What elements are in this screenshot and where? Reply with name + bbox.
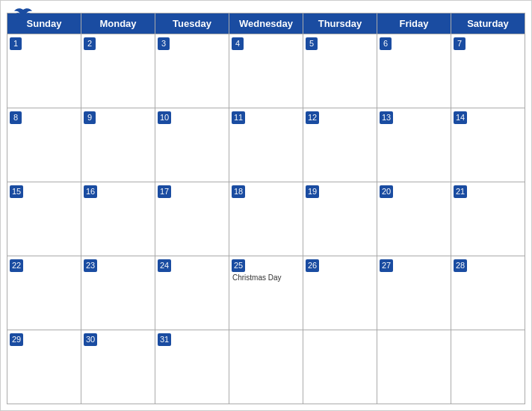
day-number: 9 <box>84 111 96 124</box>
day-cell: 9 <box>81 108 155 182</box>
logo-bird-icon <box>13 7 34 22</box>
day-cell: 2 <box>81 34 155 108</box>
day-cell: 26 <box>303 256 377 330</box>
day-cell: 19 <box>303 182 377 256</box>
day-cell: 21 <box>451 182 525 256</box>
day-cell: 5 <box>303 34 377 108</box>
day-number: 22 <box>10 259 23 272</box>
day-cell: 20 <box>377 182 451 256</box>
day-headers: Sunday Monday Tuesday Wednesday Thursday… <box>7 13 525 34</box>
day-number: 16 <box>84 185 97 198</box>
day-cell: 10 <box>155 108 229 182</box>
day-cell: 12 <box>303 108 377 182</box>
day-number: 3 <box>158 37 170 50</box>
day-cell: 8 <box>7 108 81 182</box>
header-thursday: Thursday <box>303 13 377 34</box>
day-cell: 24 <box>155 256 229 330</box>
day-cell: 0 <box>377 330 451 404</box>
day-number: 23 <box>84 259 97 272</box>
week-row-5: 2930310000 <box>7 330 525 404</box>
day-cell: 0 <box>451 330 525 404</box>
day-cell: 23 <box>81 256 155 330</box>
day-number: 10 <box>158 111 171 124</box>
day-number: 26 <box>306 259 319 272</box>
day-number: 24 <box>158 259 171 272</box>
day-number: 4 <box>232 37 244 50</box>
event-label: Christmas Day <box>232 274 300 282</box>
day-cell: 7 <box>451 34 525 108</box>
day-number: 20 <box>380 185 393 198</box>
day-number: 6 <box>380 37 392 50</box>
day-number: 25 <box>232 259 245 272</box>
header-wednesday: Wednesday <box>229 13 303 34</box>
day-number: 30 <box>84 333 97 346</box>
week-row-2: 891011121314 <box>7 108 525 182</box>
week-row-1: 1234567 <box>7 34 525 108</box>
day-number: 7 <box>454 37 466 50</box>
day-cell: 11 <box>229 108 303 182</box>
day-number: 29 <box>10 333 23 346</box>
day-number: 11 <box>232 111 245 124</box>
day-number: 18 <box>232 185 245 198</box>
day-number: 27 <box>380 259 393 272</box>
calendar-header <box>1 1 531 13</box>
day-number: 31 <box>158 333 171 346</box>
day-number: 2 <box>84 37 96 50</box>
day-number: 19 <box>306 185 319 198</box>
day-cell: 16 <box>81 182 155 256</box>
day-cell: 15 <box>7 182 81 256</box>
day-number: 17 <box>158 185 171 198</box>
week-row-3: 15161718192021 <box>7 182 525 256</box>
day-cell: 17 <box>155 182 229 256</box>
day-cell: 14 <box>451 108 525 182</box>
header-friday: Friday <box>377 13 451 34</box>
header-saturday: Saturday <box>451 13 525 34</box>
day-number: 21 <box>454 185 467 198</box>
day-number: 8 <box>10 111 22 124</box>
day-cell: 28 <box>451 256 525 330</box>
day-number: 28 <box>454 259 467 272</box>
day-cell: 25Christmas Day <box>229 256 303 330</box>
day-cell: 29 <box>7 330 81 404</box>
day-cell: 22 <box>7 256 81 330</box>
calendar-grid: Sunday Monday Tuesday Wednesday Thursday… <box>7 13 525 404</box>
day-cell: 4 <box>229 34 303 108</box>
day-number: 15 <box>10 185 23 198</box>
day-cell: 13 <box>377 108 451 182</box>
header-monday: Monday <box>81 13 155 34</box>
day-cell: 0 <box>229 330 303 404</box>
day-cell: 1 <box>7 34 81 108</box>
day-number: 1 <box>10 37 22 50</box>
day-cell: 31 <box>155 330 229 404</box>
calendar-container: Sunday Monday Tuesday Wednesday Thursday… <box>0 0 532 411</box>
day-number: 13 <box>380 111 393 124</box>
day-cell: 27 <box>377 256 451 330</box>
day-number: 12 <box>306 111 319 124</box>
week-row-4: 22232425Christmas Day262728 <box>7 256 525 330</box>
day-cell: 18 <box>229 182 303 256</box>
day-cell: 0 <box>303 330 377 404</box>
day-cell: 30 <box>81 330 155 404</box>
logo <box>13 7 35 22</box>
day-number: 14 <box>454 111 467 124</box>
header-tuesday: Tuesday <box>155 13 229 34</box>
weeks: 1234567891011121314151617181920212223242… <box>7 34 525 404</box>
day-number: 5 <box>306 37 318 50</box>
day-cell: 6 <box>377 34 451 108</box>
day-cell: 3 <box>155 34 229 108</box>
